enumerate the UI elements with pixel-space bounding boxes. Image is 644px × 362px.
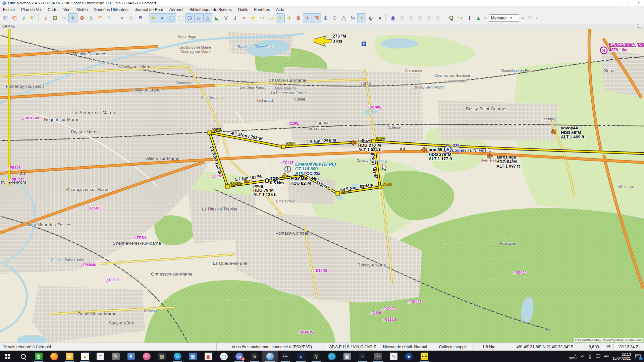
reset-flight-button[interactable]: ↻ xyxy=(28,13,37,22)
rose-3-button[interactable]: ◎ xyxy=(407,13,416,22)
office-app[interactable]: ▣ xyxy=(201,351,216,362)
vlc[interactable]: ▲ xyxy=(77,351,93,362)
menu-item-plan-de-vol[interactable]: Plan de Vol xyxy=(18,7,45,13)
compass-rose-button[interactable]: ◉ xyxy=(388,13,397,22)
show-empty-airports-button[interactable]: ◯ xyxy=(167,13,176,22)
sim-tool[interactable]: ▲ xyxy=(293,351,309,362)
userpoint[interactable]: △LEPB4 xyxy=(131,236,146,240)
hidden-icons-chevron[interactable] xyxy=(580,354,584,358)
show-wind-globe-button[interactable]: ● xyxy=(375,13,384,22)
redo-button[interactable]: ↷ xyxy=(105,13,114,22)
userpoint[interactable]: △PB506 xyxy=(7,166,20,170)
show-vor-button[interactable]: ⬡ xyxy=(185,13,194,22)
pdf-reader[interactable]: PDF xyxy=(417,351,432,362)
libreoffice-writer[interactable]: ≣ xyxy=(93,351,108,362)
projection-combobox[interactable]: Mercator▾ xyxy=(489,14,519,22)
delete-trail-button[interactable]: ⊘ xyxy=(77,13,87,22)
flag-highlight-button[interactable]: ⚑ xyxy=(136,13,145,22)
overflow-undo-button[interactable]: ↶ xyxy=(525,13,534,22)
center-flightplan-button[interactable]: ⊞ xyxy=(50,13,59,22)
show-ai-aircraft-button[interactable]: ✈ xyxy=(303,13,312,22)
userpoint[interactable]: △PO405 xyxy=(87,206,101,210)
show-flightplan-window-button[interactable]: ↪ xyxy=(456,13,465,22)
show-ils-button[interactable]: ◣ xyxy=(212,13,221,22)
monitor-app[interactable]: ▥ xyxy=(31,351,46,362)
minimize-button[interactable]: – xyxy=(612,0,623,6)
show-jet-airways-button[interactable]: J xyxy=(230,13,239,22)
userpoint[interactable]: △PO41T xyxy=(279,161,293,165)
show-minimum-altitude-button[interactable]: 6s xyxy=(348,13,357,22)
show-wind-button[interactable]: ψ xyxy=(366,13,375,22)
show-airports-button[interactable]: ★ xyxy=(149,13,158,22)
userpoint[interactable]: △PO404 xyxy=(381,307,395,311)
show-cities-button[interactable]: ⊙ xyxy=(330,13,339,22)
userpoint[interactable]: △PB8 xyxy=(212,174,222,178)
show-map-window-button[interactable]: ▲ xyxy=(474,13,483,22)
show-soft-airports-button[interactable]: ◐ xyxy=(158,13,167,22)
new-flightplan-button[interactable]: ⎘ xyxy=(1,13,10,22)
add-highlight-button[interactable]: ⌖ xyxy=(118,13,127,22)
rose-5-button[interactable]: ◎ xyxy=(425,13,434,22)
rose-4-button[interactable]: ◎ xyxy=(416,13,425,22)
obs-studio[interactable]: ◎ xyxy=(309,351,324,362)
show-route-button[interactable]: ↪ xyxy=(59,13,68,22)
voice-app[interactable]: ◯ xyxy=(324,351,339,362)
userpoint[interactable]: △C126 xyxy=(370,311,381,315)
show-waypoints-button[interactable]: △ xyxy=(203,13,212,22)
save-flightplan-button[interactable]: ⇓ xyxy=(19,13,28,22)
network-display-icon[interactable] xyxy=(596,354,600,358)
userpoint[interactable]: △D0506 xyxy=(106,278,119,282)
show-sun-shading-button[interactable]: ☀ xyxy=(357,13,366,22)
menu-item-carte[interactable]: Carte xyxy=(45,7,60,13)
userpoint[interactable]: △PB4046 xyxy=(80,263,96,267)
clear-highlight-button[interactable]: ◎ xyxy=(127,13,136,22)
userpoint[interactable]: △PO41W xyxy=(298,330,313,334)
toolbar-overflow-2[interactable]: » xyxy=(520,16,525,20)
userpoint[interactable]: △D076W xyxy=(367,105,381,109)
show-aircraft-track-button[interactable]: ✈ xyxy=(285,13,294,22)
search-button[interactable] xyxy=(15,351,31,362)
menu-item-m-t-o[interactable]: Météo xyxy=(73,7,91,13)
image-tool[interactable]: ✎ xyxy=(108,351,123,362)
hide-ai-button[interactable]: ⊛ xyxy=(294,13,303,22)
undo-button[interactable]: ↶ xyxy=(96,13,105,22)
little-navmap[interactable] xyxy=(262,351,278,362)
firefox[interactable] xyxy=(46,351,62,362)
menu-item-fen-tres[interactable]: Fenêtres xyxy=(251,7,273,13)
show-addon-airports-button[interactable]: ◯ xyxy=(176,13,185,22)
menu-item-outils[interactable]: Outils xyxy=(235,7,251,13)
menu-item-journal-de-bord[interactable]: Journal de Bord xyxy=(132,7,166,13)
prepar3d[interactable]: P3D xyxy=(278,351,293,362)
map-view[interactable]: H P Emerainville (LFPL) CT 118.600 ATIS … xyxy=(0,29,644,343)
toolbar-overflow-1[interactable]: » xyxy=(483,16,488,20)
file-explorer[interactable]: ▰ xyxy=(62,351,77,362)
maximize-button[interactable]: □ xyxy=(623,0,633,6)
menu-item-a-ronef[interactable]: Aéronef xyxy=(166,7,186,13)
show-flightplan-button[interactable]: ↪ xyxy=(258,13,267,22)
microphone-icon[interactable] xyxy=(588,354,592,359)
calculator[interactable]: ▦ xyxy=(185,351,201,362)
show-ndb-button[interactable]: ☼ xyxy=(194,13,203,22)
userpoint[interactable]: △D18RS xyxy=(313,268,327,273)
editor-app[interactable]: ✎ xyxy=(386,351,401,362)
keepass[interactable]: K xyxy=(123,351,139,362)
dock-float-icon[interactable] xyxy=(638,24,641,28)
chat-app[interactable]: ▣ xyxy=(339,351,355,362)
dcs[interactable]: DCS xyxy=(370,351,386,362)
follow-boat-button[interactable]: ⚓ xyxy=(87,13,96,22)
start-button[interactable] xyxy=(0,351,15,362)
menu-item-vue[interactable]: Vue xyxy=(60,7,73,13)
screenshot-tool[interactable]: ✂ xyxy=(139,351,154,362)
show-search-window-button[interactable]: Q xyxy=(447,13,456,22)
show-hillshading-button[interactable]: ⋀ xyxy=(339,13,348,22)
open-flightplan-button[interactable]: ⎗ xyxy=(10,13,19,22)
userpoint[interactable]: △PO421 xyxy=(408,300,422,304)
map-home-button[interactable]: ⌂ xyxy=(41,13,50,22)
show-information-window-button[interactable]: I xyxy=(465,13,474,22)
plan-g[interactable]: 5 xyxy=(247,351,262,362)
show-grid-button[interactable]: ⊕ xyxy=(321,13,330,22)
userpoint[interactable]: △PO420 xyxy=(513,270,527,275)
show-msa-button[interactable]: ⌖ xyxy=(239,13,249,22)
userpoint[interactable]: △C125B xyxy=(382,317,396,321)
toolbar-overflow-3[interactable]: › xyxy=(534,16,538,20)
